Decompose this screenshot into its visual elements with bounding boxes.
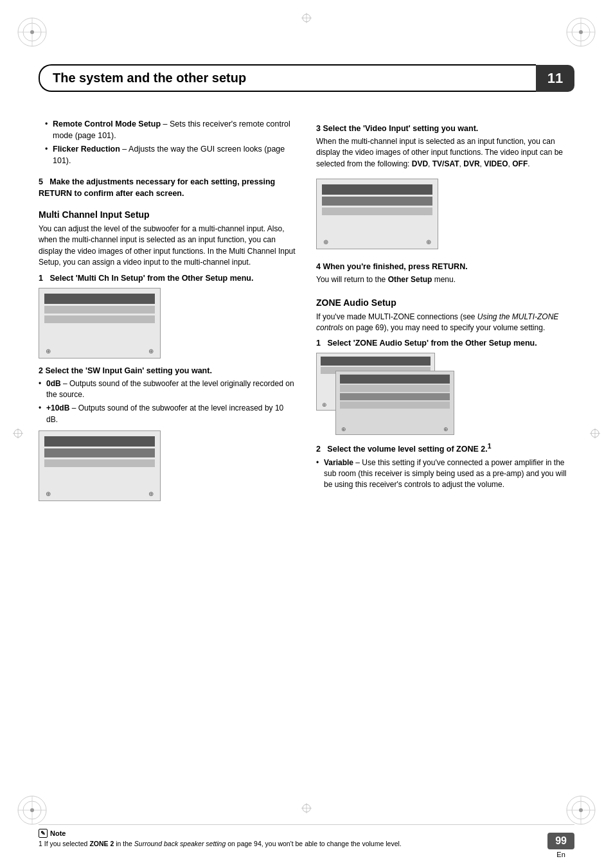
right-column: 3 Select the 'Video Input' setting you w…	[316, 119, 574, 804]
step5-instruction: 5 Make the adjustments necessary for eac…	[39, 177, 297, 199]
screen-icons-1: ⊕ ⊕	[39, 348, 160, 355]
page-number-box: 99	[547, 833, 574, 849]
screen-bar-light-4	[322, 208, 432, 215]
bullet-item-flicker: Flicker Reduction – Adjusts the way the …	[45, 144, 297, 166]
crosshair-left	[12, 427, 24, 441]
chapter-number: 11	[536, 65, 574, 92]
screen-bar-dark-1	[44, 294, 155, 304]
corner-decoration-tl	[13, 13, 51, 51]
corner-decoration-tr	[562, 13, 600, 51]
note-header: ✎ Note	[39, 829, 574, 838]
svg-point-9	[579, 30, 583, 34]
chapter-title: The system and the other setup	[39, 64, 536, 92]
crosshair-bottom	[300, 802, 313, 817]
screen-mock-2: ⊕ ⊕	[39, 430, 161, 501]
bullet-0db: 0dB – Outputs sound of the subwoofer at …	[39, 378, 297, 401]
page: The system and the other setup 11 Remote…	[0, 0, 613, 868]
screen-icons-3: ⊕ ⊕	[317, 238, 438, 245]
crosshair-right	[589, 427, 601, 441]
zone-bar-med-1	[340, 393, 450, 400]
multi-channel-step1: 1 Select 'Multi Ch In Setup' from the Ot…	[39, 274, 297, 283]
svg-point-4	[30, 30, 34, 34]
zone-step2-heading: 2 Select the volume level setting of ZON…	[316, 443, 574, 454]
crosshair-top	[300, 12, 313, 26]
zone-screen: ⊕ ⊕ ⊕	[316, 353, 458, 436]
page-number-area: 99 En	[547, 833, 574, 858]
screen-bar-sel-2	[322, 197, 432, 206]
bullet-list: Remote Control Mode Setup – Sets this re…	[39, 119, 297, 169]
screen-bar-dark-2	[44, 436, 155, 447]
step4-heading: 4 When you're finished, press RETURN.	[316, 262, 574, 271]
zone-audio-body: If you've made MULTI-ZONE connections (s…	[316, 312, 574, 334]
note-text: 1 If you selected ZONE 2 in the Surround…	[39, 839, 574, 849]
bullet-item-remote: Remote Control Mode Setup – Sets this re…	[45, 119, 297, 141]
zone-audio-section: ZONE Audio Setup If you've made MULTI-ZO…	[316, 296, 574, 493]
multi-channel-step2: 2 Select the 'SW Input Gain' setting you…	[39, 366, 297, 375]
screen-mock-3: ⊕ ⊕	[316, 179, 438, 249]
screen-bar-sel	[44, 448, 155, 457]
multi-channel-section: Multi Channel Input Setup You can adjust…	[39, 208, 297, 509]
zone-step1: 1 Select 'ZONE Audio Setup' from the Oth…	[316, 339, 574, 348]
zone-bar-light-3	[340, 402, 450, 409]
chapter-header-section: The system and the other setup 11	[39, 64, 574, 111]
multi-channel-heading: Multi Channel Input Setup	[39, 209, 297, 220]
bullet-10db: +10dB – Outputs sound of the subwoofer a…	[39, 403, 297, 425]
zone-bar-dark-1	[321, 357, 431, 366]
step3-body: When the multi-channel input is selected…	[316, 136, 574, 170]
screen-bar-dark-3	[322, 184, 432, 195]
zone-bar-dark-2	[340, 375, 450, 384]
screen-bar-light-3	[44, 459, 155, 467]
step4-body: You will return to the Other Setup menu.	[316, 274, 574, 285]
screen-bar-light-1	[44, 306, 155, 314]
screen-icons-2: ⊕ ⊕	[39, 490, 160, 497]
note-section: ✎ Note 1 If you selected ZONE 2 in the S…	[39, 824, 574, 849]
chapter-header: The system and the other setup 11	[39, 64, 574, 92]
multi-channel-body: You can adjust the level of the subwoofe…	[39, 224, 297, 269]
screen-mock-1: ⊕ ⊕	[39, 288, 161, 359]
left-column: Remote Control Mode Setup – Sets this re…	[39, 119, 297, 804]
step3-heading: 3 Select the 'Video Input' setting you w…	[316, 124, 574, 133]
note-icon: ✎	[39, 829, 48, 838]
zone-bar-light-2	[340, 385, 450, 392]
page-lang: En	[547, 851, 574, 858]
svg-point-14	[30, 808, 34, 812]
zone-panel-icons-front: ⊕ ⊕	[336, 426, 454, 432]
bullet-variable: Variable – Use this setting if you've co…	[316, 457, 574, 491]
zone-audio-heading: ZONE Audio Setup	[316, 297, 574, 308]
screen-bar-light-2	[44, 315, 155, 323]
svg-point-19	[579, 808, 583, 812]
zone-panel-front: ⊕ ⊕	[335, 371, 454, 435]
content-area: Remote Control Mode Setup – Sets this re…	[39, 119, 574, 804]
